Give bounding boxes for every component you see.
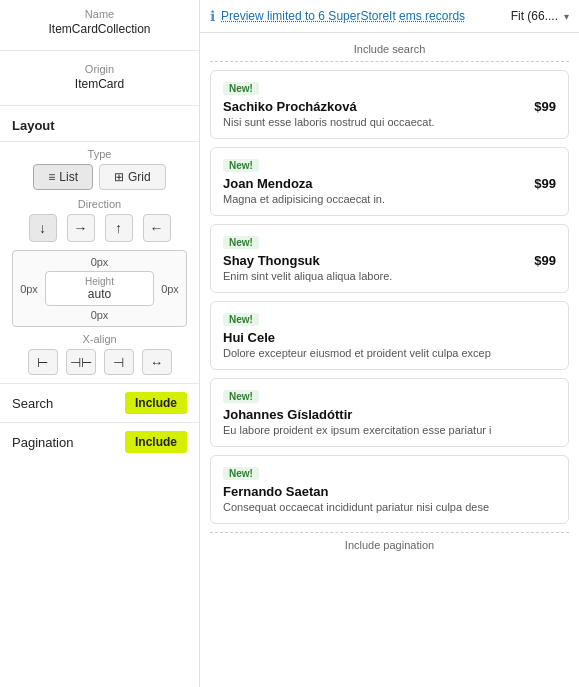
name-section: Name ItemCardCollection <box>0 0 199 46</box>
height-label: Height <box>52 276 147 287</box>
card-desc-1: Magna et adipisicing occaecat in. <box>223 193 556 205</box>
search-label: Search <box>12 396 53 411</box>
spacing-left-value: 0px <box>17 283 41 295</box>
name-value: ItemCardCollection <box>0 22 199 36</box>
card-2: New!Shay Thongsuk$99Enim sint velit aliq… <box>210 224 569 293</box>
origin-section: Origin ItemCard <box>0 55 199 101</box>
spacing-top: 0px <box>17 255 182 269</box>
card-desc-2: Enim sint velit aliqua aliqua labore. <box>223 270 556 282</box>
pagination-label: Pagination <box>12 435 73 450</box>
dir-left-button[interactable]: ← <box>143 214 171 242</box>
type-grid-button[interactable]: ⊞ Grid <box>99 164 166 190</box>
card-title-line-1: Joan Mendoza$99 <box>223 176 556 191</box>
include-search-label: Include search <box>210 43 569 62</box>
card-title-2: Shay Thongsuk <box>223 253 320 268</box>
card-title-5: Fernando Saetan <box>223 484 328 499</box>
card-badge-1: New! <box>223 159 259 172</box>
info-icon: ℹ <box>210 8 215 24</box>
divider-3 <box>0 141 199 142</box>
type-list-label: List <box>59 170 78 184</box>
card-price-0: $99 <box>534 99 556 114</box>
type-list-button[interactable]: ≡ List <box>33 164 93 190</box>
origin-value: ItemCard <box>0 77 199 91</box>
spacing-grid: 0px 0px Height auto 0px 0px <box>12 250 187 327</box>
divider-1 <box>0 50 199 51</box>
card-title-3: Hui Cele <box>223 330 275 345</box>
fit-button[interactable]: Fit (66.... <box>511 9 558 23</box>
direction-label: Direction <box>0 198 199 210</box>
card-0: New!Sachiko Procházková$99Nisi sunt esse… <box>210 70 569 139</box>
card-title-line-0: Sachiko Procházková$99 <box>223 99 556 114</box>
dir-down-button[interactable]: ↓ <box>29 214 57 242</box>
card-title-line-3: Hui Cele <box>223 330 556 345</box>
preview-link[interactable]: ems records <box>399 9 465 23</box>
dir-right-button[interactable]: → <box>67 214 95 242</box>
xalign-label: X-align <box>0 333 199 345</box>
right-content: Include search New!Sachiko Procházková$9… <box>200 33 579 687</box>
divider-2 <box>0 105 199 106</box>
align-right-button[interactable]: ⊣ <box>104 349 134 375</box>
card-title-line-2: Shay Thongsuk$99 <box>223 253 556 268</box>
card-badge-0: New! <box>223 82 259 95</box>
include-pagination-label: Include pagination <box>210 532 569 551</box>
spacing-bottom: 0px <box>17 308 182 322</box>
card-desc-4: Eu labore proident ex ipsum exercitation… <box>223 424 556 436</box>
card-title-line-5: Fernando Saetan <box>223 484 556 499</box>
card-3: New!Hui CeleDolore excepteur eiusmod et … <box>210 301 569 370</box>
search-include-toggle[interactable]: Include <box>125 392 187 414</box>
layout-title: Layout <box>0 110 199 137</box>
chevron-down-icon[interactable]: ▾ <box>564 11 569 22</box>
card-title-line-4: Johannes Gísladóttir <box>223 407 556 422</box>
spacing-inner: Height auto <box>45 271 154 306</box>
card-badge-2: New! <box>223 236 259 249</box>
type-label: Type <box>0 148 199 160</box>
card-desc-0: Nisi sunt esse laboris nostrud qui occae… <box>223 116 556 128</box>
card-5: New!Fernando SaetanConsequat occaecat in… <box>210 455 569 524</box>
card-4: New!Johannes GísladóttirEu labore proide… <box>210 378 569 447</box>
card-badge-5: New! <box>223 467 259 480</box>
xalign-buttons: ⊢ ⊣⊢ ⊣ ↔ <box>8 349 191 375</box>
grid-icon: ⊞ <box>114 170 124 184</box>
align-left-button[interactable]: ⊢ <box>28 349 58 375</box>
align-center-button[interactable]: ⊣⊢ <box>66 349 96 375</box>
search-row: Search Include <box>0 383 199 422</box>
origin-label: Origin <box>0 63 199 75</box>
preview-bar: ℹ Preview limited to 6 SuperStoreIt ems … <box>200 0 579 33</box>
type-grid-label: Grid <box>128 170 151 184</box>
card-desc-3: Dolore excepteur eiusmod et proident vel… <box>223 347 556 359</box>
align-stretch-button[interactable]: ↔ <box>142 349 172 375</box>
spacing-middle: 0px Height auto 0px <box>17 271 182 306</box>
spacing-top-value: 0px <box>91 256 109 268</box>
card-price-1: $99 <box>534 176 556 191</box>
preview-text: Preview limited to 6 SuperStoreIt ems re… <box>221 9 505 23</box>
preview-text-pre: Preview limited to 6 SuperStoreIt <box>221 9 396 23</box>
spacing-right-value: 0px <box>158 283 182 295</box>
dir-up-button[interactable]: ↑ <box>105 214 133 242</box>
left-panel: Name ItemCardCollection Origin ItemCard … <box>0 0 200 687</box>
card-title-4: Johannes Gísladóttir <box>223 407 352 422</box>
spacing-bottom-value: 0px <box>91 309 109 321</box>
height-value: auto <box>52 287 147 301</box>
name-label: Name <box>0 8 199 20</box>
card-desc-5: Consequat occaecat incididunt pariatur n… <box>223 501 556 513</box>
card-1: New!Joan Mendoza$99Magna et adipisicing … <box>210 147 569 216</box>
list-icon: ≡ <box>48 170 55 184</box>
right-panel: ℹ Preview limited to 6 SuperStoreIt ems … <box>200 0 579 687</box>
type-buttons: ≡ List ⊞ Grid <box>8 164 191 190</box>
card-badge-4: New! <box>223 390 259 403</box>
pagination-row: Pagination Include <box>0 422 199 461</box>
pagination-include-toggle[interactable]: Include <box>125 431 187 453</box>
cards-container: New!Sachiko Procházková$99Nisi sunt esse… <box>210 70 569 524</box>
card-title-0: Sachiko Procházková <box>223 99 357 114</box>
direction-buttons: ↓ → ↑ ← <box>8 214 191 242</box>
card-badge-3: New! <box>223 313 259 326</box>
spacing-outer: 0px 0px Height auto 0px 0px <box>12 250 187 327</box>
card-price-2: $99 <box>534 253 556 268</box>
card-title-1: Joan Mendoza <box>223 176 313 191</box>
